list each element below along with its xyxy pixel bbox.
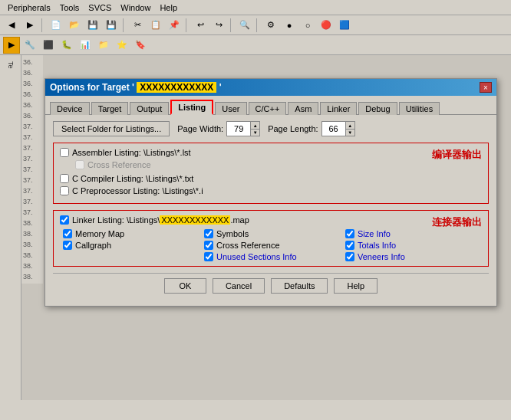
extra-btn3[interactable]: 🔴 (318, 17, 335, 34)
tab-utilities[interactable]: Utilities (399, 102, 440, 115)
toolbar-sep5 (256, 18, 259, 32)
symbols-checkbox[interactable] (204, 229, 213, 238)
veneers-info-checkbox[interactable] (345, 252, 354, 261)
c-compiler-row: C Compiler Listing: \Listings\*.txt (60, 174, 482, 183)
cancel-button[interactable]: Cancel (213, 278, 265, 294)
page-length-field[interactable]: 66 (322, 122, 345, 136)
size-info-label: Size Info (358, 229, 391, 238)
callgraph-checkbox[interactable] (63, 241, 72, 250)
totals-info-check: Totals Info (345, 241, 482, 250)
debug-btn[interactable]: 🐛 (58, 37, 75, 54)
page-width-down[interactable]: ▼ (251, 129, 259, 136)
tb2-btn3[interactable]: ⭐ (114, 37, 130, 54)
ok-button[interactable]: OK (164, 278, 206, 294)
page-length-input[interactable]: 66 ▲ ▼ (321, 121, 355, 136)
main-area: Te 36.36.36.36. 36.36.37.37. 37.37.37.37… (0, 55, 511, 400)
unused-sections-label: Unused Sections Info (216, 252, 297, 261)
cross-ref-row: Cross Reference (75, 160, 482, 169)
c-preprocessor-row: C Preprocessor Listing: \Listings\*.i (60, 186, 482, 195)
assembler-listing-checkbox[interactable] (60, 148, 69, 157)
top-controls: Select Folder for Listings... Page Width… (53, 121, 489, 136)
save-all-btn[interactable]: 💾 (103, 17, 120, 34)
toolbar-sep2 (123, 18, 126, 32)
c-compiler-checkbox[interactable] (60, 174, 69, 183)
back-btn[interactable]: ◀ (3, 17, 20, 34)
tb2-btn4[interactable]: 🔖 (132, 37, 149, 54)
help-button[interactable]: Help (334, 278, 377, 294)
copy-btn[interactable]: 📋 (147, 17, 164, 34)
page-width-group: Page Width: 79 ▲ ▼ (177, 121, 260, 136)
cut-btn[interactable]: ✂ (129, 17, 146, 34)
page-length-label: Page Length: (268, 124, 318, 133)
linker-listing-checkbox[interactable] (60, 215, 69, 225)
forward-btn[interactable]: ▶ (21, 17, 38, 34)
extra-btn1[interactable]: ● (281, 17, 298, 34)
menu-help[interactable]: Help (155, 2, 182, 13)
page-width-up[interactable]: ▲ (251, 122, 259, 129)
tools-btn[interactable]: ⚙ (262, 17, 279, 34)
menu-window[interactable]: Window (116, 2, 155, 13)
stop-btn[interactable]: ⬛ (40, 37, 57, 54)
extra-btn2[interactable]: ○ (299, 17, 316, 34)
c-preprocessor-checkbox[interactable] (60, 186, 69, 195)
page-width-input[interactable]: 79 ▲ ▼ (226, 121, 260, 136)
linker-cross-ref-checkbox[interactable] (204, 241, 213, 250)
tab-listing[interactable]: Listing (170, 100, 213, 115)
callgraph-label: Callgraph (75, 241, 111, 250)
page-width-field[interactable]: 79 (227, 122, 250, 136)
menu-peripherals[interactable]: Peripherals (3, 2, 55, 13)
menu-bar: Peripherals Tools SVCS Window Help (0, 0, 511, 15)
linker-path-highlight: XXXXXXXXXXXX (160, 215, 230, 225)
ide-window: Peripherals Tools SVCS Window Help ◀ ▶ 📄… (0, 0, 511, 420)
callgraph-check: Callgraph (63, 241, 199, 250)
dialog-close-button[interactable]: × (480, 82, 492, 93)
open-btn[interactable]: 📂 (66, 17, 83, 34)
memory-map-checkbox[interactable] (63, 229, 72, 238)
page-width-arrows: ▲ ▼ (250, 122, 259, 136)
side-item-te[interactable]: Te (5, 58, 16, 72)
page-length-up[interactable]: ▲ (346, 122, 354, 129)
tab-linker[interactable]: Linker (320, 102, 357, 115)
assembler-listing-label: Assembler Listing: \Listings\*.lst (72, 148, 191, 157)
tb2-btn2[interactable]: 📁 (95, 37, 112, 54)
tab-output[interactable]: Output (130, 102, 169, 115)
cross-ref-checkbox[interactable] (75, 160, 84, 169)
tab-debug[interactable]: Debug (358, 102, 397, 115)
select-folder-button[interactable]: Select Folder for Listings... (53, 121, 170, 136)
c-compiler-label: C Compiler Listing: \Listings\*.txt (72, 174, 193, 183)
tb2-btn1[interactable]: 📊 (77, 37, 94, 54)
undo-btn[interactable]: ↩ (192, 17, 209, 34)
assembler-listing-row: Assembler Listing: \Listings\*.lst (60, 148, 482, 157)
menu-tools[interactable]: Tools (55, 2, 84, 13)
dialog-title: Options for Target ' XXXXXXXXXXXX ' (50, 82, 222, 93)
totals-info-checkbox[interactable] (345, 241, 354, 250)
menu-svcs[interactable]: SVCS (84, 2, 116, 13)
toolbar2: ▶ 🔧 ⬛ 🐛 📊 📁 ⭐ 🔖 (0, 35, 511, 55)
tab-asm[interactable]: Asm (288, 102, 318, 115)
linker-section: 连接器输出 Linker Listing: \Listings\XXXXXXXX… (53, 210, 489, 267)
build-btn[interactable]: 🔧 (21, 37, 38, 54)
page-width-label: Page Width: (177, 124, 223, 133)
page-length-down[interactable]: ▼ (346, 129, 354, 136)
tab-user[interactable]: User (215, 102, 246, 115)
linker-section-label-cn: 连接器输出 (432, 215, 482, 229)
tab-target[interactable]: Target (91, 102, 129, 115)
dialog-body: Select Folder for Listings... Page Width… (45, 115, 496, 306)
memory-map-label: Memory Map (75, 229, 124, 238)
tab-device[interactable]: Device (50, 102, 90, 115)
size-info-checkbox[interactable] (345, 229, 354, 238)
redo-btn[interactable]: ↪ (210, 17, 227, 34)
totals-info-label: Totals Info (358, 241, 396, 250)
defaults-button[interactable]: Defaults (271, 278, 328, 294)
new-file-btn[interactable]: 📄 (48, 17, 64, 34)
unused-sections-checkbox[interactable] (204, 252, 213, 261)
dialog-title-target: XXXXXXXXXXXX (137, 82, 216, 93)
extra-btn4[interactable]: 🟦 (336, 17, 353, 34)
tab-cpp[interactable]: C/C++ (249, 102, 287, 115)
run-btn[interactable]: ▶ (3, 37, 20, 54)
tab-bar: Device Target Output Listing User C/C++ … (45, 96, 496, 115)
find-btn[interactable]: 🔍 (236, 17, 253, 34)
save-btn[interactable]: 💾 (84, 17, 101, 34)
paste-btn[interactable]: 📌 (166, 17, 183, 34)
linker-listing-label: Linker Listing: \Listings\XXXXXXXXXXXX.m… (72, 215, 249, 225)
